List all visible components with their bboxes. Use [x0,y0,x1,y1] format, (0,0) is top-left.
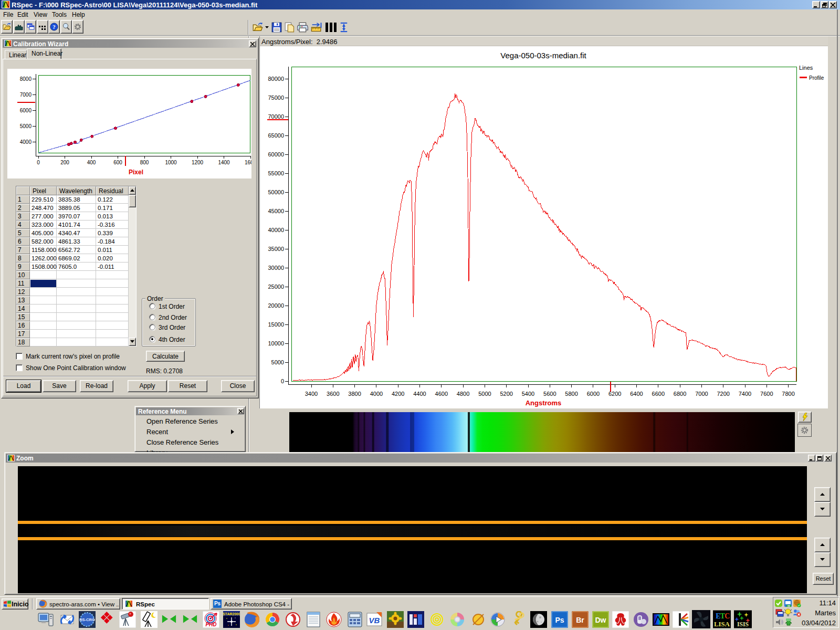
svg-text:1600: 1600 [245,160,251,165]
svg-text:Vega-050-03s-median.fit: Vega-050-03s-median.fit [500,51,586,60]
svg-text:7400: 7400 [739,391,751,397]
svg-text:VB: VB [369,616,380,625]
svg-text:4800: 4800 [457,391,469,397]
svg-text:0: 0 [37,160,40,165]
svg-text:5000: 5000 [20,123,32,129]
svg-text:6800: 6800 [674,391,686,397]
svg-text:Lines: Lines [799,65,813,71]
svg-text:4400: 4400 [413,391,426,397]
svg-text:6000: 6000 [587,391,600,397]
svg-text:10000: 10000 [268,340,284,346]
svg-text:7600: 7600 [760,391,773,397]
svg-text:1000: 1000 [165,160,177,165]
svg-text:4200: 4200 [392,391,404,397]
svg-text:7000: 7000 [20,92,32,98]
svg-text:70000: 70000 [268,113,284,120]
svg-text:3800: 3800 [348,391,361,397]
svg-text:Pixel: Pixel [129,169,143,176]
svg-text:45000: 45000 [268,208,284,214]
svg-text:7800: 7800 [782,391,794,397]
svg-text:6000: 6000 [20,108,32,113]
svg-text:Angstroms: Angstroms [526,399,562,407]
svg-text:1200: 1200 [192,160,204,165]
svg-text:3600: 3600 [327,391,339,397]
svg-text:Dw: Dw [595,616,606,624]
svg-text:8000: 8000 [20,76,32,82]
svg-text:200: 200 [60,160,69,165]
svg-text:STAR2000: STAR2000 [223,612,240,616]
svg-text:65000: 65000 [268,132,284,139]
svg-text:Profile: Profile [809,75,824,81]
svg-text:0: 0 [281,378,284,384]
svg-text:40000: 40000 [268,227,284,233]
svg-text:80000: 80000 [268,76,284,82]
svg-text:LISA: LISA [714,621,730,628]
svg-text:6600: 6600 [652,391,665,397]
svg-text:PHD: PHD [205,622,216,627]
svg-text:5000: 5000 [271,359,284,365]
svg-text:1400: 1400 [218,160,230,165]
svg-text:4000: 4000 [20,139,32,145]
svg-text:30000: 30000 [268,265,284,271]
svg-text:55000: 55000 [268,170,284,176]
svg-text:3400: 3400 [305,391,318,397]
svg-text:Ps: Ps [555,616,564,624]
svg-text:RS-CRO: RS-CRO [79,617,95,622]
svg-text:5800: 5800 [565,391,578,397]
svg-text:7000: 7000 [695,391,708,397]
svg-text:4000: 4000 [370,391,383,397]
svg-text:60000: 60000 [268,151,284,158]
svg-text:20000: 20000 [268,302,284,309]
svg-text:50000: 50000 [268,189,284,195]
svg-text:800: 800 [140,160,149,165]
svg-text:400: 400 [87,160,96,165]
svg-text:5600: 5600 [543,391,556,397]
svg-text:25000: 25000 [268,284,284,290]
svg-text:35000: 35000 [268,246,284,252]
svg-text:6400: 6400 [630,391,643,397]
svg-text:?: ? [52,24,56,30]
svg-text:5000: 5000 [478,391,491,397]
svg-text:7200: 7200 [717,391,729,397]
svg-text:15000: 15000 [268,321,284,328]
svg-text:75000: 75000 [268,94,284,101]
svg-text:4600: 4600 [435,391,448,397]
svg-text:C: C [724,612,730,620]
svg-text:5400: 5400 [522,391,534,397]
svg-text:ISIS: ISIS [737,621,749,628]
svg-text:600: 600 [113,160,122,165]
svg-text:5200: 5200 [500,391,512,397]
svg-text:Br: Br [576,616,584,624]
